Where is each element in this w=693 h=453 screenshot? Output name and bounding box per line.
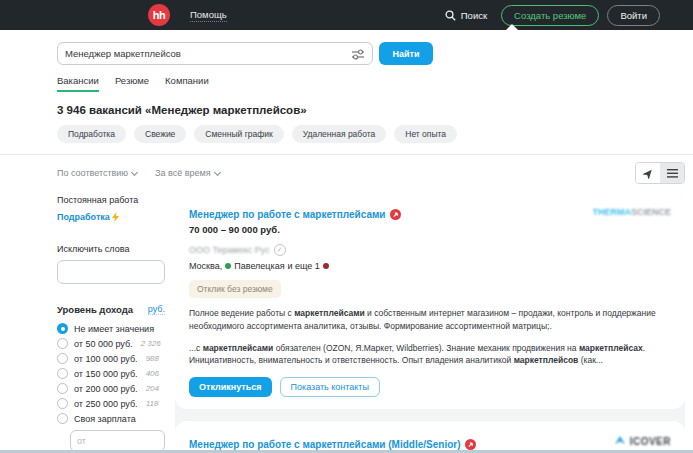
income-option-label: Не имеет значения bbox=[74, 324, 154, 334]
income-option-label: от 50 000 руб. bbox=[74, 339, 133, 349]
income-option-label: от 100 000 руб. bbox=[74, 354, 138, 364]
income-option-count: 988 bbox=[146, 354, 159, 363]
exclude-words-input[interactable] bbox=[57, 260, 165, 284]
income-option-50000[interactable]: от 50 000 руб. 2 326 bbox=[57, 338, 165, 349]
login-button[interactable]: Войти bbox=[607, 5, 660, 26]
find-button[interactable]: Найти bbox=[379, 42, 433, 65]
tab-vacancies[interactable]: Вакансии bbox=[57, 75, 99, 92]
metro-more: и еще 1 bbox=[288, 261, 320, 271]
radio-selected-icon bbox=[57, 323, 68, 334]
verified-company-icon: ✓ bbox=[274, 244, 286, 256]
vacancy-card: THERMASCIENCE Менеджер по работе с марке… bbox=[175, 191, 685, 409]
quick-filters: Подработка Свежие Сменный график Удаленн… bbox=[57, 125, 685, 143]
income-option-label: от 150 000 руб. bbox=[74, 369, 138, 379]
promoted-vacancy-icon bbox=[390, 209, 401, 220]
header-search-button[interactable]: Поиск bbox=[445, 10, 487, 21]
help-link[interactable]: Помощь bbox=[190, 9, 227, 22]
radio-icon bbox=[57, 383, 68, 394]
income-option-count: 204 bbox=[146, 384, 159, 393]
income-option-250000[interactable]: от 250 000 руб. 118 bbox=[57, 398, 165, 409]
search-tabs: Вакансии Резюме Компании bbox=[57, 75, 685, 92]
list-view-button[interactable] bbox=[660, 163, 684, 183]
list-icon bbox=[667, 169, 678, 178]
period-label: За всё время bbox=[155, 168, 210, 178]
metro-line-dot-green bbox=[225, 263, 231, 269]
divider bbox=[0, 154, 693, 155]
show-contacts-button[interactable]: Показать контакты bbox=[280, 377, 380, 397]
sort-bar: По соответствию За всё время bbox=[57, 162, 685, 184]
vacancy-location: Москва, Павелецкая и еще 1 bbox=[189, 261, 671, 271]
period-dropdown[interactable]: За всё время bbox=[155, 168, 219, 178]
income-label: Уровень дохода bbox=[57, 304, 133, 315]
chip-udalennaya-rabota[interactable]: Удаленная работа bbox=[292, 125, 387, 143]
create-resume-button[interactable]: Создать резюме bbox=[501, 5, 599, 26]
map-view-button[interactable] bbox=[636, 163, 660, 183]
income-option-count: 406 bbox=[146, 369, 159, 378]
vacancy-description-1: Полное ведение работы с маркетплейсами и… bbox=[189, 307, 671, 333]
income-option-label: от 250 000 руб. bbox=[74, 399, 138, 409]
income-option-count: 118 bbox=[146, 399, 159, 408]
sort-by-dropdown[interactable]: По соответствию bbox=[57, 168, 137, 178]
income-option-200000[interactable]: от 200 000 руб. 204 bbox=[57, 383, 165, 394]
vacancy-list: THERMASCIENCE Менеджер по работе с марке… bbox=[175, 191, 685, 453]
exclude-words-label: Исключить слова bbox=[57, 244, 165, 254]
search-icon bbox=[445, 10, 456, 21]
company-logo-thermascience[interactable]: THERMASCIENCE bbox=[592, 201, 671, 219]
tab-resumes[interactable]: Резюме bbox=[115, 75, 149, 92]
income-header: Уровень дохода руб. bbox=[57, 304, 165, 315]
search-input[interactable]: Менеджер маркетплейсов bbox=[57, 42, 373, 65]
logo-text: THERMA bbox=[592, 207, 631, 217]
logo-text: ICOVER bbox=[630, 436, 671, 447]
vacancy-description-2: ...с маркетплейсами обязателен (OZON, Я.… bbox=[189, 342, 671, 368]
income-option-150000[interactable]: от 150 000 руб. 406 bbox=[57, 368, 165, 379]
tooltip-caret bbox=[506, 24, 518, 30]
filter-permanent-work[interactable]: Постоянная работа bbox=[57, 195, 165, 205]
advanced-search-icon[interactable] bbox=[351, 48, 365, 60]
income-option-custom[interactable]: Своя зарплата bbox=[57, 413, 165, 424]
chip-smenny-grafik[interactable]: Сменный график bbox=[194, 125, 283, 143]
company-row[interactable]: ООО Терамекс Рус ✓ bbox=[189, 244, 671, 256]
custom-salary-input[interactable] bbox=[70, 430, 165, 452]
hh-logo[interactable]: hh bbox=[148, 4, 170, 26]
vacancy-title-link[interactable]: Менеджер по работе с маркетплейсами (Mid… bbox=[189, 439, 460, 450]
radio-icon bbox=[57, 398, 68, 409]
logo-text: SCIENCE bbox=[631, 207, 671, 217]
radio-icon bbox=[57, 413, 68, 424]
hh-search-page: hh Помощь Поиск Создать резюме Войти Мен… bbox=[0, 0, 693, 453]
chip-net-opyta[interactable]: Нет опыта bbox=[394, 125, 457, 143]
city-label: Москва, bbox=[189, 261, 222, 271]
company-logo-icover[interactable]: ICOVER bbox=[615, 431, 671, 449]
search-query-text: Менеджер маркетплейсов bbox=[65, 48, 351, 59]
radio-icon bbox=[57, 338, 68, 349]
header-search-label: Поиск bbox=[461, 10, 487, 21]
vacancy-actions: Откликнуться Показать контакты bbox=[189, 377, 671, 397]
vacancy-card: ICOVER Менеджер по работе с маркетплейса… bbox=[175, 421, 685, 453]
chevron-down-icon bbox=[131, 168, 138, 175]
radio-icon bbox=[57, 368, 68, 379]
chevron-down-icon bbox=[214, 168, 221, 175]
filters-sidebar: Постоянная работа Подработка Исключить с… bbox=[57, 191, 165, 453]
income-option-count: 2 326 bbox=[141, 339, 161, 348]
results-body: Постоянная работа Подработка Исключить с… bbox=[57, 191, 685, 453]
geo-arrow-icon bbox=[643, 168, 654, 179]
filter-part-time-link[interactable]: Подработка bbox=[57, 212, 165, 222]
income-option-100000[interactable]: от 100 000 руб. 988 bbox=[57, 353, 165, 364]
apply-button[interactable]: Откликнуться bbox=[189, 377, 272, 397]
vacancy-title-link[interactable]: Менеджер по работе с маркетплейсами bbox=[189, 209, 385, 220]
tab-companies[interactable]: Компании bbox=[165, 75, 209, 92]
income-option-label: от 200 000 руб. bbox=[74, 384, 138, 394]
sort-by-label: По соответствию bbox=[57, 168, 128, 178]
quick-apply-badge: Отклик без резюме bbox=[189, 280, 281, 298]
metro-line-dot-red bbox=[323, 263, 329, 269]
vacancy-search-bar: Менеджер маркетплейсов Найти bbox=[57, 42, 685, 65]
chip-podrabotka[interactable]: Подработка bbox=[57, 125, 126, 143]
income-option-any[interactable]: Не имеет значения bbox=[57, 323, 165, 334]
logo-mark bbox=[615, 436, 625, 446]
view-toggle bbox=[635, 162, 685, 184]
company-name: ООО Терамекс Рус bbox=[189, 245, 270, 255]
results-title: 3 946 вакансий «Менеджер маркетплейсов» bbox=[57, 104, 685, 116]
chip-svezhie[interactable]: Свежие bbox=[134, 125, 186, 143]
currency-link[interactable]: руб. bbox=[148, 304, 165, 315]
vacancy-salary: 70 000 – 90 000 руб. bbox=[189, 224, 671, 235]
part-time-label: Подработка bbox=[57, 212, 110, 222]
